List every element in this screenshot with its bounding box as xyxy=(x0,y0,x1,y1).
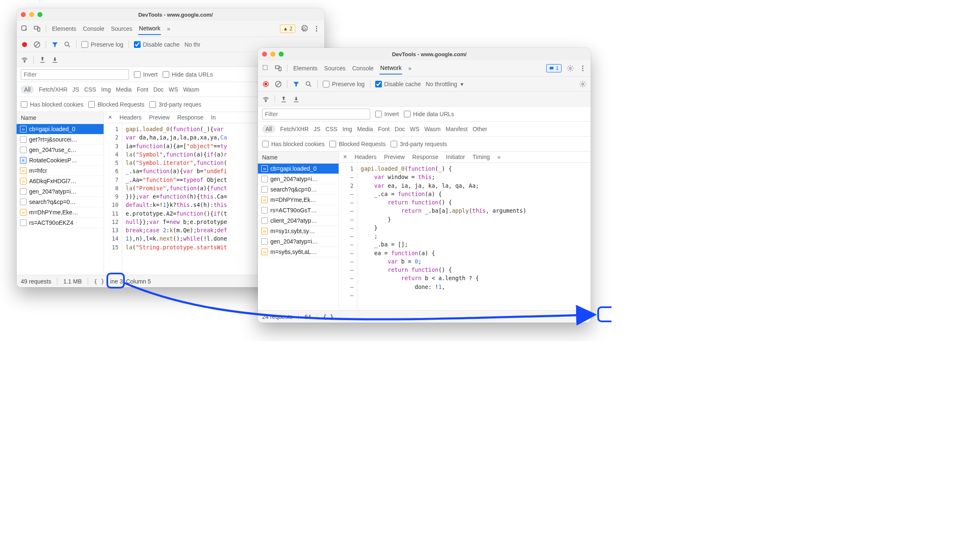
type-filter-all[interactable]: All xyxy=(262,125,275,133)
tabs-overflow[interactable]: » xyxy=(407,62,412,74)
type-filter[interactable]: Manifest xyxy=(445,126,468,132)
blocked-requests-checkbox[interactable]: Blocked Requests xyxy=(88,101,144,108)
tab-elements[interactable]: Elements xyxy=(292,62,318,74)
gear-icon[interactable] xyxy=(300,25,308,32)
throttling-select[interactable]: No thr xyxy=(185,41,200,48)
request-row[interactable]: get?rt=j&sourcei… xyxy=(17,134,104,145)
disable-cache-checkbox[interactable]: Disable cache xyxy=(134,41,180,48)
request-row[interactable]: ≡RotateCookiesP… xyxy=(17,155,104,166)
detail-tab-preview[interactable]: Preview xyxy=(149,114,170,121)
detail-tab-response[interactable]: Response xyxy=(412,154,438,160)
type-filter[interactable]: JS xyxy=(314,126,320,132)
request-row[interactable]: ‹›m=DhPYme,Ek… xyxy=(258,195,339,205)
messages-badge[interactable]: 1 xyxy=(546,64,562,72)
tab-console[interactable]: Console xyxy=(351,62,374,74)
close-detail-icon[interactable]: × xyxy=(343,153,347,161)
tab-network[interactable]: Network xyxy=(138,22,161,35)
record-icon[interactable] xyxy=(21,41,28,48)
kebab-menu-icon[interactable] xyxy=(313,25,320,32)
detail-tab-initiator[interactable]: Initiator xyxy=(446,154,465,160)
preserve-log-checkbox[interactable]: Preserve log xyxy=(323,81,365,87)
preserve-log-checkbox[interactable]: Preserve log xyxy=(82,41,124,48)
type-filter[interactable]: CSS xyxy=(84,86,96,93)
type-filter[interactable]: Other xyxy=(473,126,487,132)
type-filter[interactable]: Media xyxy=(357,126,373,132)
blocked-requests-checkbox[interactable]: Blocked Requests xyxy=(329,141,386,147)
close-detail-icon[interactable]: × xyxy=(108,114,112,121)
request-row[interactable]: gen_204?use_c… xyxy=(17,145,104,155)
type-filter[interactable]: WS xyxy=(410,126,420,132)
type-filter[interactable]: Font xyxy=(378,126,390,132)
request-row[interactable]: rs=ACT90oEKZ4 xyxy=(17,218,104,228)
filter-input[interactable] xyxy=(21,69,129,80)
tab-elements[interactable]: Elements xyxy=(51,23,77,35)
type-filter[interactable]: Img xyxy=(342,126,352,132)
hide-data-urls-checkbox[interactable]: Hide data URLs xyxy=(404,111,454,117)
request-row[interactable]: ‹›m=sy1r,sybt,sy… xyxy=(258,226,339,236)
request-row[interactable]: ‹›cb=gapi.loaded_0 xyxy=(258,164,339,174)
detail-tab-headers[interactable]: Headers xyxy=(119,114,141,121)
request-row[interactable]: ‹›cb=gapi.loaded_0 xyxy=(17,124,104,134)
type-filter[interactable]: Wasm xyxy=(424,126,441,132)
type-filter[interactable]: Wasm xyxy=(183,86,199,93)
search-icon[interactable] xyxy=(64,41,71,48)
pretty-print-icon[interactable]: { } xyxy=(323,313,334,320)
filter-icon[interactable] xyxy=(292,80,300,88)
request-row[interactable]: search?q&cp=0… xyxy=(17,197,104,207)
request-row[interactable]: rs=ACT90oGsT… xyxy=(258,205,339,216)
detail-tabs-overflow[interactable]: » xyxy=(497,154,501,160)
type-filter[interactable]: Media xyxy=(116,86,132,93)
filter-input[interactable] xyxy=(262,109,370,119)
detail-tab-response[interactable]: Response xyxy=(177,114,203,121)
gear-icon[interactable] xyxy=(567,65,574,72)
minimize-window-icon[interactable] xyxy=(29,12,34,17)
response-code-view[interactable]: 1–2––––––––––––– gapi.loaded_0(function(… xyxy=(339,163,591,310)
network-conditions-icon[interactable] xyxy=(21,56,28,63)
close-window-icon[interactable] xyxy=(262,52,267,57)
maximize-window-icon[interactable] xyxy=(37,12,42,17)
type-filter[interactable]: CSS xyxy=(325,126,337,132)
request-row[interactable]: ‹›m=hfcr xyxy=(17,166,104,176)
name-column-header[interactable]: Name xyxy=(258,152,339,164)
third-party-checkbox[interactable]: 3rd-party reques xyxy=(149,101,201,108)
minimize-window-icon[interactable] xyxy=(270,52,275,57)
type-filter[interactable]: Fetch/XHR xyxy=(280,126,309,132)
request-row[interactable]: gen_204?atyp=i… xyxy=(258,174,339,184)
has-blocked-cookies-checkbox[interactable]: Has blocked cookies xyxy=(21,101,83,108)
type-filter-all[interactable]: All xyxy=(21,85,34,94)
name-column-header[interactable]: Name xyxy=(17,112,104,124)
detail-tab-preview[interactable]: Preview xyxy=(384,154,405,160)
inspect-icon[interactable] xyxy=(262,65,270,72)
device-toggle-icon[interactable] xyxy=(275,65,282,72)
tab-sources[interactable]: Sources xyxy=(110,23,133,35)
upload-har-icon[interactable] xyxy=(280,95,287,103)
request-row[interactable]: ‹›m=sy6s,sy6t,aL… xyxy=(258,247,339,257)
detail-tab-timing[interactable]: Timing xyxy=(473,154,490,160)
device-toggle-icon[interactable] xyxy=(33,25,41,32)
record-icon[interactable] xyxy=(262,80,270,88)
disable-cache-checkbox[interactable]: Disable cache xyxy=(375,81,421,87)
close-window-icon[interactable] xyxy=(21,12,26,17)
type-filter[interactable]: Font xyxy=(137,86,148,93)
search-icon[interactable] xyxy=(305,80,312,88)
type-filter[interactable]: JS xyxy=(72,86,79,93)
tab-sources[interactable]: Sources xyxy=(323,62,346,74)
throttling-select[interactable]: No throttling ▾ xyxy=(426,81,463,87)
request-row[interactable]: ‹›m=DhPYme,Eke… xyxy=(17,207,104,218)
inspect-icon[interactable] xyxy=(21,25,28,32)
type-filter[interactable]: Doc xyxy=(395,126,405,132)
has-blocked-cookies-checkbox[interactable]: Has blocked cookies xyxy=(262,141,324,147)
tab-console[interactable]: Console xyxy=(82,23,105,35)
type-filter[interactable]: Img xyxy=(101,86,111,93)
clear-icon[interactable] xyxy=(33,41,41,48)
request-row[interactable]: gen_204?atyp=i… xyxy=(258,236,339,247)
third-party-checkbox[interactable]: 3rd-party requests xyxy=(391,141,447,147)
detail-tab-more[interactable]: In xyxy=(211,114,216,121)
request-row[interactable]: ‹›A6DkqFxHDGl7… xyxy=(17,176,104,186)
panel-gear-icon[interactable] xyxy=(579,80,587,88)
invert-checkbox[interactable]: Invert xyxy=(375,111,399,117)
network-conditions-icon[interactable] xyxy=(262,95,270,103)
kebab-menu-icon[interactable] xyxy=(579,65,587,72)
filter-icon[interactable] xyxy=(51,41,59,48)
request-row[interactable]: gen_204?atyp=i… xyxy=(17,186,104,197)
